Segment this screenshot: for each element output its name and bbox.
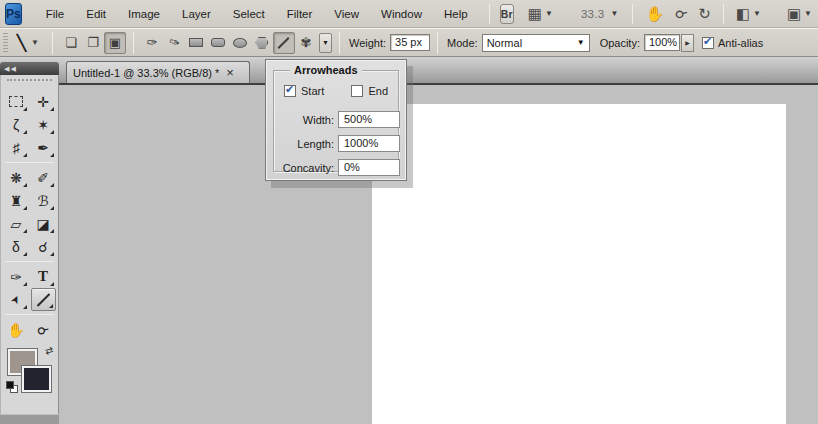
launch-bridge-button[interactable]: Br	[500, 4, 514, 24]
end-checkbox[interactable]	[351, 85, 363, 97]
screen-mode-icon: ▣	[787, 6, 801, 21]
clone-stamp-tool[interactable]: ♜	[4, 189, 29, 212]
antialias-label: Anti-alias	[718, 37, 763, 49]
menu-select[interactable]: Select	[222, 3, 276, 25]
screen-mode-button[interactable]: ▣ ▼	[787, 6, 814, 21]
blend-mode-select[interactable]: Normal ▼	[482, 34, 590, 52]
background-color-swatch[interactable]	[22, 366, 51, 392]
menu-view[interactable]: View	[323, 3, 370, 25]
arrange-documents-button[interactable]: ◧ ▼	[736, 6, 763, 21]
rounded-rectangle-tool-button[interactable]	[207, 32, 229, 54]
canvas-area	[0, 85, 818, 424]
document-tab[interactable]: Untitled-1 @ 33.3% (RGB/8) * ×	[66, 61, 250, 83]
rectangle-icon	[189, 38, 203, 47]
lasso-tool[interactable]: ζ	[4, 113, 29, 136]
hand-tool[interactable]: ✋	[4, 318, 29, 341]
path-selection-icon: ➤	[8, 293, 24, 307]
hand-tool-icon[interactable]: ✋	[645, 6, 664, 21]
blur-icon: δ	[12, 239, 20, 255]
width-input[interactable]: 500%	[338, 111, 400, 128]
tools-panel-grip[interactable]	[7, 79, 52, 87]
tool-preset-picker[interactable]: ╲ ▼	[13, 34, 45, 52]
menu-edit[interactable]: Edit	[75, 3, 117, 25]
eyedropper-tool[interactable]: ✒	[31, 136, 56, 159]
zoom-tool-icon[interactable]: ☌	[672, 5, 690, 23]
menu-image[interactable]: Image	[117, 3, 171, 25]
ellipse-tool-button[interactable]	[229, 32, 251, 54]
application-bar: Ps File Edit Image Layer Select Filter V…	[0, 0, 818, 28]
paths-button[interactable]: ❐	[82, 32, 104, 54]
brush-icon: ✐	[37, 170, 49, 186]
history-brush-tool[interactable]: ℬ	[31, 189, 56, 212]
menu-layer[interactable]: Layer	[171, 3, 222, 25]
shape-layers-button[interactable]: ❏	[60, 32, 82, 54]
blur-tool[interactable]: δ	[4, 235, 29, 258]
opacity-slider-button[interactable]: ▶	[681, 34, 694, 52]
line-tool-preset-icon: ╲	[17, 34, 26, 52]
fill-pixels-icon: ▣	[109, 35, 121, 50]
weight-input[interactable]: 35 px	[390, 34, 430, 51]
line-icon	[278, 36, 290, 48]
zoom-icon: ☌	[34, 321, 52, 339]
length-input[interactable]: 1000%	[338, 135, 400, 152]
close-icon[interactable]: ×	[226, 66, 234, 79]
zoom-level-control[interactable]: 33.3 ▼	[581, 8, 621, 20]
dodge-tool[interactable]: ☌	[31, 235, 56, 258]
custom-shape-tool-button[interactable]: ✾	[295, 32, 317, 54]
spot-healing-brush-tool[interactable]: ❋	[4, 166, 29, 189]
move-tool[interactable]: ✛	[31, 90, 56, 113]
rectangular-marquee-icon	[9, 96, 23, 107]
hand-icon: ✋	[7, 322, 24, 338]
rectangle-tool-button[interactable]	[185, 32, 207, 54]
chevron-down-icon: ▼	[577, 38, 585, 47]
chevron-down-icon: ▼	[804, 9, 812, 18]
view-extras-button[interactable]: ▦ ▼	[528, 6, 555, 21]
chevron-down-icon: ▼	[322, 39, 329, 46]
opacity-input[interactable]: 100%	[644, 34, 680, 51]
freeform-pen-tool-button[interactable]: ✑	[163, 32, 185, 54]
rectangular-marquee-tool[interactable]	[4, 90, 29, 113]
magic-wand-icon: ✶	[37, 117, 49, 133]
separator	[339, 32, 340, 54]
arrowheads-title: Arrowheads	[290, 64, 362, 76]
pen-tool[interactable]: ✑	[4, 265, 29, 288]
paths-icon: ❐	[87, 35, 99, 50]
start-label: Start	[301, 85, 324, 97]
zoom-tool[interactable]: ☌	[31, 318, 56, 341]
crop-tool[interactable]: ♯	[4, 136, 29, 159]
freeform-pen-icon: ✑	[166, 34, 181, 52]
pen-tool-button[interactable]: ✑	[141, 32, 163, 54]
antialias-checkbox[interactable]: ✔	[702, 37, 714, 49]
polygon-tool-button[interactable]	[251, 32, 273, 54]
eraser-tool[interactable]: ▱	[4, 212, 29, 235]
swap-colors-icon[interactable]: ⇄	[43, 344, 54, 357]
separator	[489, 4, 490, 24]
brush-tool[interactable]: ✐	[31, 166, 56, 189]
history-brush-icon: ℬ	[37, 193, 48, 209]
weight-label: Weight:	[349, 37, 386, 49]
document-tab-title: Untitled-1 @ 33.3% (RGB/8) *	[73, 67, 219, 79]
concavity-input[interactable]: 0%	[338, 159, 400, 176]
type-tool[interactable]: T	[31, 265, 56, 288]
paint-bucket-tool[interactable]: ◪	[31, 212, 56, 235]
tools-panel-header[interactable]: ◀◀	[0, 62, 59, 75]
menu-filter[interactable]: Filter	[276, 3, 324, 25]
opacity-label: Opacity:	[600, 37, 640, 49]
menu-help[interactable]: Help	[433, 3, 479, 25]
path-selection-tool[interactable]: ➤	[4, 288, 29, 311]
line-tool-button[interactable]	[273, 32, 295, 54]
line-tool-selected[interactable]	[31, 288, 56, 311]
rotate-view-icon[interactable]: ↻	[698, 6, 711, 21]
separator	[437, 32, 438, 54]
menu-window[interactable]: Window	[370, 3, 433, 25]
default-colors-icon[interactable]	[6, 381, 18, 393]
menu-file[interactable]: File	[35, 3, 76, 25]
photoshop-logo: Ps	[5, 3, 22, 25]
start-checkbox[interactable]: ✔	[284, 85, 296, 97]
geometry-options-button[interactable]: ▼	[319, 33, 332, 53]
options-bar-grip[interactable]	[3, 33, 8, 53]
document-canvas[interactable]	[372, 104, 786, 424]
magic-wand-tool[interactable]: ✶	[31, 113, 56, 136]
check-icon: ✔	[285, 83, 294, 96]
fill-pixels-button[interactable]: ▣	[104, 32, 126, 54]
